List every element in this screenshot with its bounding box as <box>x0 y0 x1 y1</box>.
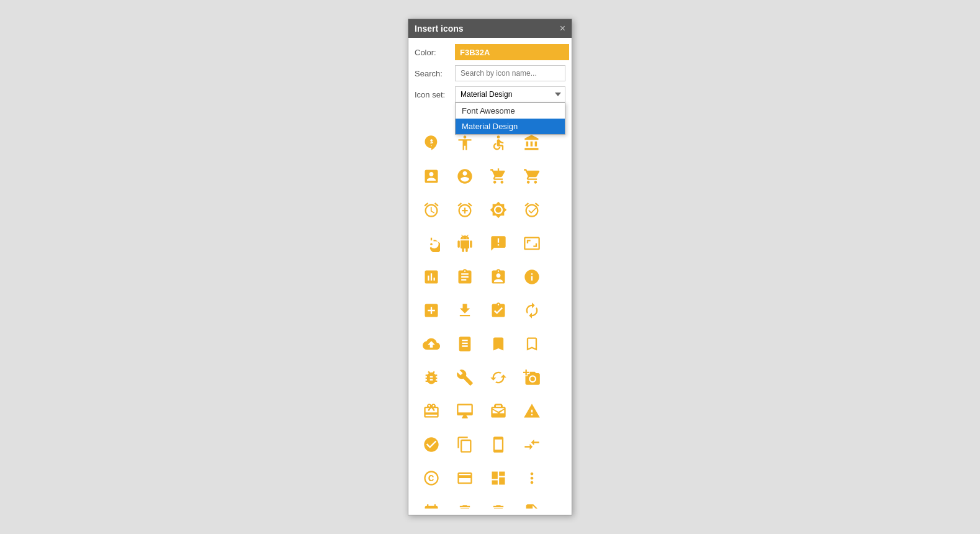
icon-aspect-ratio[interactable] <box>515 227 549 260</box>
icon-add-a-photo[interactable] <box>515 361 549 394</box>
icon-alarm-add[interactable] <box>448 193 482 227</box>
icon-alarm[interactable] <box>415 193 448 227</box>
color-label: Color: <box>415 48 455 57</box>
icon-check-circle[interactable] <box>415 428 448 461</box>
icon-copyright[interactable] <box>415 461 448 495</box>
dialog-scroll-area[interactable]: Color: Search: Icon set: Font Awesome Ma… <box>408 38 572 515</box>
svg-point-1 <box>430 243 433 245</box>
icon-add-box[interactable] <box>415 294 448 327</box>
icon-announcement[interactable] <box>482 227 515 260</box>
icon-content-copy[interactable] <box>448 428 482 461</box>
color-input[interactable] <box>455 44 569 60</box>
icon-cloud-upload[interactable] <box>415 327 448 361</box>
icon-account-box[interactable] <box>415 160 448 193</box>
icon-delete[interactable] <box>448 495 482 509</box>
icon-autorenew[interactable] <box>515 294 549 327</box>
icon-delete-forever[interactable] <box>482 495 515 509</box>
color-row: Color: <box>415 44 565 60</box>
icon-assignment-ind[interactable] <box>482 260 515 294</box>
dropdown-option-material-design[interactable]: Material Design <box>456 119 565 134</box>
dialog-body: Color: Search: Icon set: Font Awesome Ma… <box>408 38 572 515</box>
icon-bookmark[interactable] <box>482 327 515 361</box>
icon-assignment-turned-in[interactable] <box>482 294 515 327</box>
dialog-title: Insert icons <box>415 24 464 34</box>
icon-set-select[interactable]: Font Awesome Material Design <box>455 86 565 102</box>
icon-date-range[interactable] <box>415 495 448 509</box>
icon-get-app[interactable] <box>448 294 482 327</box>
icon-add-shopping-cart[interactable] <box>482 160 515 193</box>
icon-account-circle[interactable] <box>448 160 482 193</box>
icons-grid <box>415 124 565 509</box>
icon-set-row: Icon set: Font Awesome Material Design F… <box>415 86 565 102</box>
search-row: Search: <box>415 65 565 81</box>
dialog-titlebar: Insert icons × <box>408 19 572 38</box>
icon-book[interactable] <box>448 327 482 361</box>
icon-3d-rotation[interactable] <box>415 126 448 160</box>
icon-credit-card[interactable] <box>448 461 482 495</box>
icon-shopping-cart2[interactable] <box>515 160 549 193</box>
icon-info[interactable] <box>515 260 549 294</box>
icon-placeholder4[interactable] <box>515 461 549 495</box>
dropdown-option-font-awesome[interactable]: Font Awesome <box>456 103 565 119</box>
close-button[interactable]: × <box>560 24 565 34</box>
icon-smartphone[interactable] <box>482 428 515 461</box>
icon-description[interactable] <box>515 495 549 509</box>
icon-dashboard[interactable] <box>482 461 515 495</box>
icon-android[interactable] <box>448 227 482 260</box>
icon-bookmark-border[interactable] <box>515 327 549 361</box>
icon-desktop-mac[interactable] <box>448 394 482 428</box>
icon-alarm-off[interactable] <box>482 193 515 227</box>
icon-card-giftcard[interactable] <box>415 394 448 428</box>
search-label: Search: <box>415 69 455 78</box>
icon-assessment[interactable] <box>415 260 448 294</box>
icon-alarm-on[interactable] <box>515 193 549 227</box>
icon-assignment[interactable] <box>448 260 482 294</box>
icon-timer[interactable] <box>415 227 448 260</box>
icon-set-label: Icon set: <box>415 90 455 99</box>
icon-warning[interactable] <box>515 394 549 428</box>
icon-compare-arrows[interactable] <box>515 428 549 461</box>
icon-build[interactable] <box>448 361 482 394</box>
icon-work[interactable] <box>482 394 515 428</box>
icon-cached[interactable] <box>482 361 515 394</box>
insert-icons-dialog: Insert icons × Color: Search: Icon set: … <box>408 19 572 515</box>
svg-point-0 <box>497 135 500 138</box>
icon-bug-report[interactable] <box>415 361 448 394</box>
icon-set-dropdown[interactable]: Font Awesome Material Design <box>455 102 565 135</box>
search-input[interactable] <box>455 65 565 81</box>
